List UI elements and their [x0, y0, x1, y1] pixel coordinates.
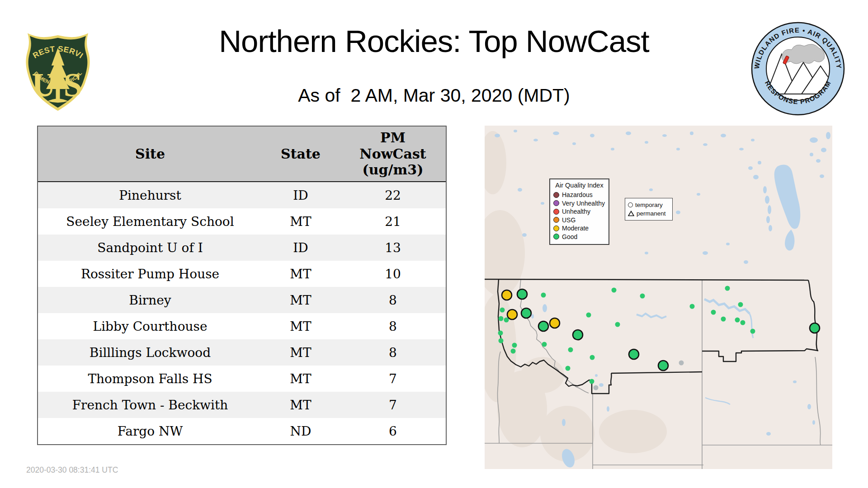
- monitor-marker-small: [741, 320, 745, 325]
- aqi-level-label: Very Unhealthy: [562, 200, 605, 207]
- cell-site: Billlings Lockwood: [38, 345, 262, 360]
- cell-state: ID: [262, 240, 339, 255]
- aqi-level-dot-icon: [553, 225, 559, 231]
- generated-timestamp: 2020-03-30 08:31:41 UTC: [26, 465, 118, 475]
- monitor-marker-small: [511, 349, 516, 354]
- aqi-level-label: USG: [562, 216, 576, 224]
- cell-value: 8: [339, 345, 447, 360]
- cell-site: Libby Courthouse: [38, 319, 262, 334]
- aqi-level-dot-icon: [553, 217, 559, 223]
- monitor-marker-small: [640, 294, 645, 299]
- cell-state: MT: [262, 345, 339, 360]
- table-body: PinehurstID22Seeley Elementary SchoolMT2…: [38, 182, 446, 444]
- aqi-level-label: Good: [562, 233, 577, 240]
- cell-value: 10: [339, 267, 447, 282]
- aqi-legend-item: Unhealthy: [553, 207, 605, 216]
- monitor-marker-large: [521, 308, 531, 318]
- column-header-site: Site: [38, 146, 262, 162]
- cell-value: 7: [339, 398, 447, 413]
- cell-site: Sandpoint U of I: [38, 240, 262, 255]
- cell-value: 6: [339, 424, 447, 439]
- cell-state: MT: [262, 267, 339, 282]
- monitor-marker-inactive: [594, 385, 599, 390]
- cell-value: 8: [339, 319, 447, 334]
- table-row: Billlings LockwoodMT8: [38, 339, 446, 366]
- monitor-marker-large: [810, 323, 820, 333]
- monitor-marker-large: [573, 330, 583, 340]
- monitor-map: Air Quality Index HazardousVery Unhealth…: [485, 126, 832, 469]
- monitor-marker-inactive: [679, 361, 684, 366]
- table-row: Libby CourthouseMT8: [38, 313, 446, 339]
- monitor-marker-small: [735, 318, 740, 323]
- monitor-marker-small: [738, 302, 743, 307]
- cell-state: MT: [262, 319, 339, 334]
- cell-site: Rossiter Pump House: [38, 267, 262, 282]
- aqi-level-label: Hazardous: [562, 191, 593, 198]
- monitor-marker-small: [566, 366, 571, 371]
- monitor-marker-small: [499, 316, 504, 321]
- monitor-marker-small: [750, 329, 755, 334]
- cell-site: Seeley Elementary School: [38, 214, 262, 229]
- cell-state: ID: [262, 188, 339, 203]
- cell-value: 7: [339, 371, 447, 386]
- aqi-legend-item: Good: [553, 233, 605, 241]
- monitor-marker-small: [498, 331, 503, 336]
- map-canvas: [485, 126, 832, 469]
- monitor-marker-small: [690, 304, 695, 309]
- table-header-row: Site State PM NowCast (ug/m3): [38, 127, 446, 182]
- table-row: Thompson Falls HSMT7: [38, 366, 446, 392]
- monitor-marker-small: [615, 322, 620, 327]
- monitor-marker-small: [612, 288, 617, 293]
- column-header-pm-nowcast: PM NowCast (ug/m3): [339, 130, 447, 178]
- table-row: Sandpoint U of IID13: [38, 235, 446, 261]
- column-header-state: State: [262, 146, 339, 162]
- monitor-marker-small: [500, 308, 505, 313]
- cell-state: MT: [262, 293, 339, 308]
- cell-value: 13: [339, 240, 447, 255]
- permanent-marker-icon: [628, 211, 634, 216]
- cell-site: Fargo NW: [38, 424, 262, 439]
- cell-site: Birney: [38, 293, 262, 308]
- monitor-marker-large: [629, 349, 639, 359]
- cell-state: MT: [262, 371, 339, 386]
- temporary-legend-row: temporary: [628, 201, 670, 209]
- aqi-level-dot-icon: [553, 234, 559, 239]
- temporary-label: temporary: [635, 202, 663, 208]
- monitor-marker-large: [538, 321, 548, 331]
- monitor-marker-small: [499, 338, 504, 343]
- monitor-marker-large: [550, 318, 560, 328]
- monitor-marker-small: [725, 286, 730, 291]
- table-row: Fargo NWND6: [38, 418, 446, 444]
- cell-value: 21: [339, 214, 447, 229]
- cell-state: ND: [262, 424, 339, 439]
- monitor-marker-large: [517, 289, 527, 299]
- table-row: Seeley Elementary SchoolMT21: [38, 208, 446, 235]
- aqi-legend-item: USG: [553, 216, 605, 225]
- nowcast-table: Site State PM NowCast (ug/m3) PinehurstI…: [37, 126, 447, 445]
- monitor-marker-small: [721, 317, 726, 322]
- monitor-marker-large: [502, 290, 512, 300]
- aqi-legend-item: Hazardous: [553, 191, 605, 199]
- table-row: French Town - BeckwithMT7: [38, 392, 446, 418]
- cell-value: 8: [339, 293, 447, 308]
- table-row: PinehurstID22: [38, 182, 446, 208]
- aqi-level-label: Moderate: [562, 225, 589, 232]
- monitor-marker-small: [542, 342, 547, 347]
- monitor-marker-small: [541, 293, 546, 298]
- report-page: { "header": { "title": "Northern Rockies…: [0, 0, 868, 488]
- monitor-marker-small: [512, 343, 517, 348]
- cell-site: French Town - Beckwith: [38, 398, 262, 413]
- table-row: Rossiter Pump HouseMT10: [38, 261, 446, 287]
- monitor-marker-small: [568, 347, 573, 352]
- table-row: BirneyMT8: [38, 287, 446, 313]
- cell-state: MT: [262, 214, 339, 229]
- monitor-marker-small: [590, 379, 594, 384]
- cell-state: MT: [262, 398, 339, 413]
- permanent-label: permanent: [637, 210, 666, 217]
- cell-value: 22: [339, 188, 447, 203]
- aqi-legend-title: Air Quality Index: [553, 182, 605, 189]
- monitor-marker-small: [586, 313, 591, 318]
- aqi-legend-item: Moderate: [553, 224, 605, 233]
- page-title: Northern Rockies: Top NowCast: [0, 23, 868, 59]
- aqi-level-dot-icon: [553, 200, 559, 206]
